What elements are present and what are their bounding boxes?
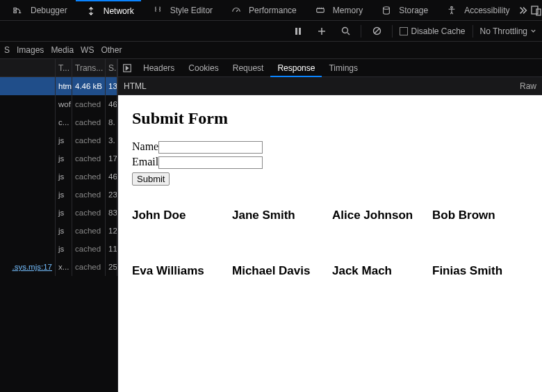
svg-rect-5: [532, 6, 538, 14]
response-preview: Submit Form Name Email Submit John DoeJa…: [118, 95, 542, 392]
accessibility-icon: [443, 2, 460, 19]
table-row[interactable]: jscached12: [0, 222, 117, 240]
performance-icon: [228, 2, 245, 19]
detail-tab-timings[interactable]: Timings: [322, 59, 365, 77]
people-grid: John DoeJane SmithAlice JohnsonBob Brown…: [132, 209, 528, 278]
col-transferred[interactable]: Trans...: [72, 59, 106, 77]
table-row[interactable]: .sys.mjs:17x...cached25: [0, 258, 117, 276]
detail-tab-headers[interactable]: Headers: [136, 59, 181, 77]
filter-ws[interactable]: WS: [81, 45, 94, 55]
pause-icon[interactable]: [290, 23, 306, 40]
toggle-raw-icon[interactable]: [118, 63, 136, 73]
block-icon[interactable]: [368, 23, 385, 40]
svg-rect-1: [14, 10, 17, 13]
detail-tab-response[interactable]: Response: [270, 59, 322, 77]
person-name: Michael Davis: [232, 264, 328, 278]
storage-icon: [378, 2, 395, 19]
network-icon: [83, 3, 99, 19]
filter-images[interactable]: Images: [17, 45, 44, 55]
name-input[interactable]: [158, 141, 263, 154]
table-row[interactable]: jscached83: [0, 204, 117, 222]
plus-icon[interactable]: [313, 23, 330, 40]
response-format-label: HTML: [124, 81, 147, 91]
chevron-down-icon: [530, 28, 536, 34]
person-name: Jane Smith: [232, 209, 328, 222]
style-icon: [149, 2, 166, 19]
name-label: Name: [132, 140, 158, 152]
request-list: T... Trans... S... htm4.46 kB13wofcached…: [0, 59, 117, 392]
tab-network[interactable]: Network: [76, 0, 141, 21]
filter-media[interactable]: Media: [51, 45, 74, 55]
checkbox-icon: [400, 27, 408, 35]
action-bar: Disable Cache No Throttling: [0, 21, 542, 42]
table-row[interactable]: jscached46: [0, 168, 117, 186]
table-row[interactable]: wofcached46: [0, 95, 117, 113]
filter-s[interactable]: S: [4, 45, 10, 55]
response-subbar: HTML Raw: [118, 77, 542, 95]
overflow-icon[interactable]: [518, 2, 528, 19]
throttling-select[interactable]: No Throttling: [480, 26, 536, 36]
responsive-mode-icon[interactable]: [531, 2, 542, 19]
detail-tabs: Headers Cookies Request Response Timings: [118, 59, 542, 77]
disable-cache-toggle[interactable]: Disable Cache: [400, 26, 465, 36]
tab-performance[interactable]: Performance: [221, 0, 304, 21]
table-row[interactable]: jscached11: [0, 240, 117, 258]
svg-rect-8: [299, 28, 301, 35]
table-row[interactable]: htm4.46 kB13: [0, 77, 117, 95]
tab-style-editor[interactable]: Style Editor: [142, 0, 220, 21]
person-name: Alice Johnson: [332, 209, 428, 222]
table-row[interactable]: jscached23: [0, 186, 117, 204]
svg-rect-7: [295, 28, 297, 35]
form-title: Submit Form: [132, 109, 528, 128]
raw-toggle[interactable]: Raw: [520, 81, 536, 91]
filter-other[interactable]: Other: [101, 45, 122, 55]
person-name: Eva Williams: [132, 264, 228, 278]
person-name: Jack Mach: [332, 264, 428, 278]
email-input[interactable]: [158, 156, 263, 169]
col-type[interactable]: T...: [56, 59, 72, 77]
svg-rect-0: [14, 8, 17, 10]
table-row[interactable]: jscached17: [0, 149, 117, 168]
svg-point-4: [451, 6, 453, 8]
submit-button[interactable]: Submit: [132, 172, 170, 186]
table-row[interactable]: jscached3.: [0, 131, 117, 149]
person-name: Bob Brown: [432, 209, 528, 222]
tab-accessibility[interactable]: Accessibility: [436, 0, 516, 21]
request-detail: Headers Cookies Request Response Timings…: [117, 59, 542, 392]
person-name: John Doe: [132, 209, 228, 222]
memory-icon: [312, 2, 329, 19]
main-split: T... Trans... S... htm4.46 kB13wofcached…: [0, 59, 542, 392]
detail-tab-request[interactable]: Request: [226, 59, 271, 77]
tab-memory[interactable]: Memory: [305, 0, 370, 21]
filter-bar: S Images Media WS Other: [0, 42, 542, 59]
person-name: Finias Smith: [432, 264, 528, 278]
col-size[interactable]: S...: [106, 59, 117, 77]
email-label: Email: [132, 156, 158, 168]
table-row[interactable]: c...cached8.: [0, 113, 117, 131]
request-list-head: T... Trans... S...: [0, 59, 117, 77]
svg-point-9: [342, 28, 347, 33]
tab-storage[interactable]: Storage: [371, 0, 435, 21]
detail-tab-cookies[interactable]: Cookies: [181, 59, 225, 77]
svg-rect-2: [317, 8, 325, 12]
search-icon[interactable]: [337, 23, 354, 40]
tab-debugger[interactable]: Debugger: [3, 0, 74, 21]
tool-tabs: Debugger Network Style Editor Performanc…: [0, 0, 542, 21]
svg-point-3: [384, 6, 390, 9]
debugger-icon: [10, 2, 26, 19]
